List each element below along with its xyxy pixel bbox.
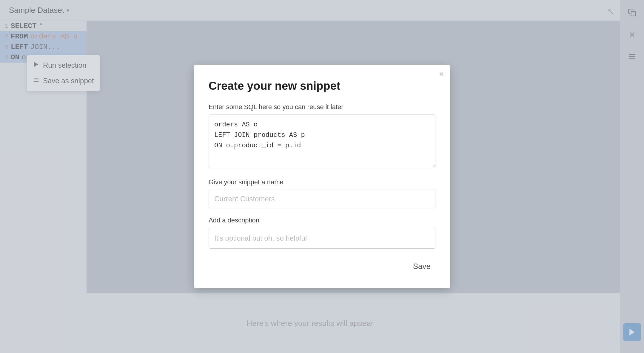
snippet-name-input[interactable] — [209, 190, 435, 208]
modal-close-button[interactable]: × — [439, 70, 444, 78]
modal-title: Create your new snippet — [209, 80, 435, 92]
modal-overlay: × Create your new snippet Enter some SQL… — [0, 0, 644, 353]
sql-textarea[interactable]: orders AS o LEFT JOIN products AS p ON o… — [209, 114, 435, 168]
save-button[interactable]: Save — [408, 259, 435, 273]
name-label: Give your snippet a name — [209, 178, 435, 186]
sql-label: Enter some SQL here so you can reuse it … — [209, 103, 435, 111]
description-label: Add a description — [209, 216, 435, 224]
snippet-description-input[interactable] — [209, 228, 435, 249]
modal-footer: Save — [209, 259, 435, 273]
modal: × Create your new snippet Enter some SQL… — [194, 65, 450, 288]
